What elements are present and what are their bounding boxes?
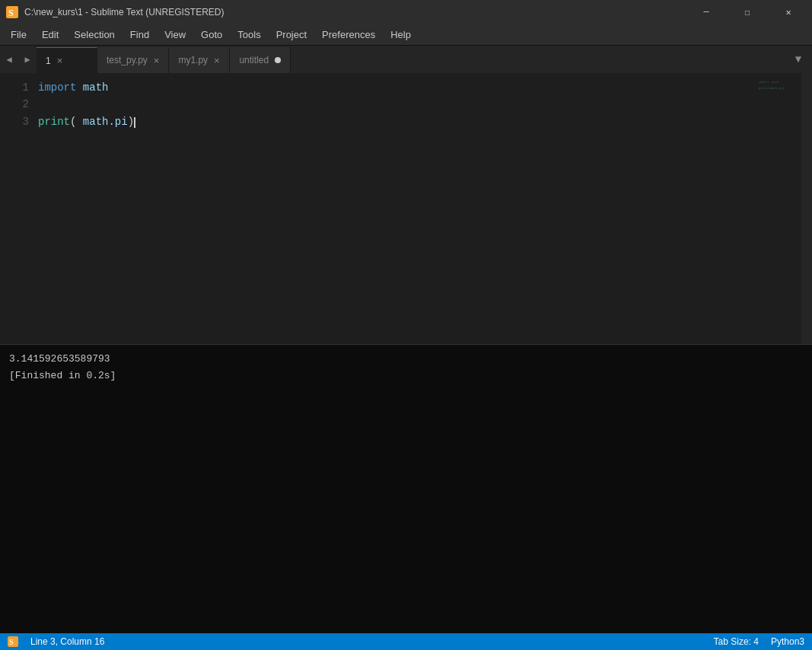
svg-text:S: S bbox=[8, 8, 14, 18]
tab-prev-button[interactable]: ◀ bbox=[0, 46, 18, 73]
statusbar-language[interactable]: Python3 bbox=[771, 636, 804, 647]
tab-close-icon[interactable]: × bbox=[214, 56, 220, 65]
menu-project[interactable]: Project bbox=[269, 26, 314, 43]
statusbar-icon: S bbox=[8, 636, 18, 647]
titlebar: S C:\new_kurs\1 - Sublime Text (UNREGIST… bbox=[0, 0, 812, 24]
output-line-2: [Finished in 0.2s] bbox=[9, 368, 803, 384]
tab-close-icon[interactable]: × bbox=[154, 56, 160, 65]
menu-edit[interactable]: Edit bbox=[34, 26, 66, 43]
output-content: 3.141592653589793 [Finished in 0.2s] bbox=[0, 345, 812, 633]
close-button[interactable]: ✕ bbox=[771, 0, 806, 24]
tabbar: ◀ ▶ 1 × test_py.py × my1.py × untitled ▼ bbox=[0, 46, 812, 73]
statusbar-right: Tab Size: 4 Python3 bbox=[714, 636, 804, 647]
menu-help[interactable]: Help bbox=[383, 26, 419, 43]
tab-label: 1 bbox=[46, 56, 51, 66]
statusbar-tab-size[interactable]: Tab Size: 4 bbox=[714, 636, 759, 647]
editor-area[interactable]: 1 2 3 import math print( math.pi) import… bbox=[0, 73, 812, 344]
menu-file[interactable]: File bbox=[3, 26, 34, 43]
output-line-1: 3.141592653589793 bbox=[9, 351, 803, 368]
sublime-status-icon: S bbox=[8, 636, 18, 647]
output-panel: 3.141592653589793 [Finished in 0.2s] bbox=[0, 344, 812, 633]
tab-test-py[interactable]: test_py.py × bbox=[97, 47, 169, 73]
tab-1[interactable]: 1 × bbox=[37, 47, 97, 73]
menu-selection[interactable]: Selection bbox=[66, 26, 122, 43]
tab-label: test_py.py bbox=[107, 55, 148, 65]
statusbar-position[interactable]: Line 3, Column 16 bbox=[30, 636, 104, 647]
tab-overflow-button[interactable]: ▼ bbox=[785, 46, 812, 73]
menu-goto[interactable]: Goto bbox=[193, 26, 230, 43]
code-line-1: import math bbox=[38, 79, 756, 96]
tab-label: my1.py bbox=[178, 55, 208, 65]
line-numbers: 1 2 3 bbox=[0, 73, 38, 344]
tab-modified-dot bbox=[275, 57, 281, 63]
svg-text:S: S bbox=[9, 638, 14, 646]
maximize-button[interactable]: ☐ bbox=[730, 0, 765, 24]
code-line-2 bbox=[38, 96, 756, 113]
minimap: import math print(math.pi) bbox=[756, 73, 801, 344]
menu-preferences[interactable]: Preferences bbox=[314, 26, 383, 43]
editor-scrollbar[interactable] bbox=[801, 73, 812, 344]
code-line-3: print( math.pi) bbox=[38, 113, 756, 130]
menubar: File Edit Selection Find View Goto Tools… bbox=[0, 24, 812, 46]
tab-untitled[interactable]: untitled bbox=[230, 47, 291, 73]
menu-find[interactable]: Find bbox=[123, 26, 157, 43]
tab-label: untitled bbox=[239, 55, 269, 65]
code-editor[interactable]: import math print( math.pi) bbox=[38, 73, 756, 344]
line-num-2: 2 bbox=[0, 96, 29, 113]
app-icon: S bbox=[6, 6, 18, 18]
menu-view[interactable]: View bbox=[157, 26, 193, 43]
menu-tools[interactable]: Tools bbox=[230, 26, 268, 43]
text-cursor bbox=[134, 117, 135, 128]
line-num-1: 1 bbox=[0, 79, 29, 96]
window-title: C:\new_kurs\1 - Sublime Text (UNREGISTER… bbox=[24, 7, 683, 18]
editor-container: 1 2 3 import math print( math.pi) import… bbox=[0, 73, 812, 633]
minimize-button[interactable]: — bbox=[689, 0, 724, 24]
tab-close-icon[interactable]: × bbox=[57, 56, 63, 65]
minimap-content: import math print(math.pi) bbox=[756, 73, 801, 97]
statusbar: S Line 3, Column 16 Tab Size: 4 Python3 bbox=[0, 633, 812, 650]
tab-next-button[interactable]: ▶ bbox=[18, 46, 37, 73]
line-num-3: 3 bbox=[0, 113, 29, 130]
tab-my1-py[interactable]: my1.py × bbox=[169, 47, 230, 73]
